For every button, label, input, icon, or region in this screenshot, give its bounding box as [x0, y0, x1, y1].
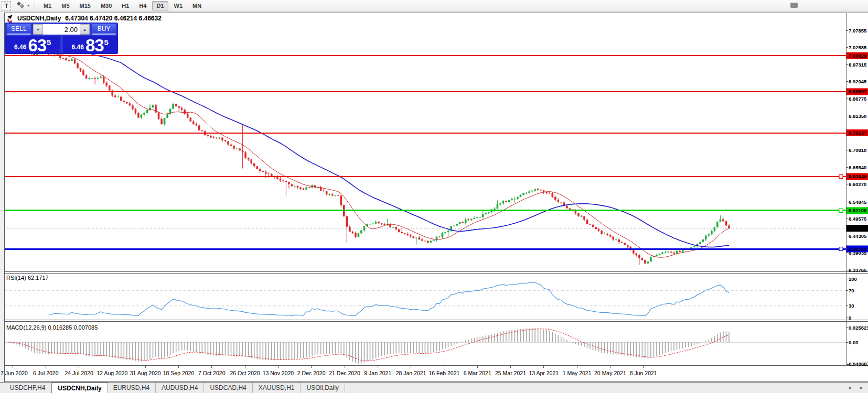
y-axis-label: 6.54845: [849, 199, 867, 205]
candle-body: [410, 235, 412, 236]
candle-body: [592, 225, 594, 227]
buy-price-box[interactable]: 6.46 83 5: [63, 36, 118, 53]
chart-tab-eurusd-h4[interactable]: EURUSD,H4: [108, 383, 156, 393]
timeframe-group: M1M5M15M30H1H4D1W1MN: [39, 1, 206, 10]
chart-canvas[interactable]: 7.078557.025856.973156.920456.867756.813…: [0, 0, 868, 393]
candle-body: [621, 242, 623, 243]
toolbar-separator: [35, 2, 36, 10]
chart-tab-audusd-h4[interactable]: AUDUSD,H4: [156, 383, 204, 393]
candle-body: [714, 227, 716, 231]
chart-tab-xauusd-h1[interactable]: XAUUSD,H1: [253, 383, 301, 393]
timeframe-button-m30[interactable]: M30: [97, 1, 116, 10]
timeframe-button-m15[interactable]: M15: [76, 1, 95, 10]
text-tool-button[interactable]: T: [2, 1, 11, 10]
volume-increase-button[interactable]: ▲: [80, 24, 90, 35]
caret-up-icon: ▲: [83, 28, 87, 31]
candle-body: [514, 199, 516, 199]
candle-body: [53, 54, 56, 56]
x-axis-date-label: 17 Jun 2020: [0, 370, 28, 376]
level-line-handle[interactable]: [839, 247, 843, 251]
candle-body: [164, 118, 166, 124]
candle-body: [427, 241, 429, 243]
x-axis-date-label: 9 Jan 2021: [364, 370, 391, 376]
y-axis-label: 6.86775: [849, 96, 867, 102]
candle-body: [577, 213, 580, 216]
sell-button[interactable]: SELL: [7, 24, 31, 35]
candle-body: [421, 239, 423, 241]
candle-body: [291, 184, 293, 187]
candle-body: [198, 125, 200, 130]
tab-scroll-right-icon[interactable]: ►: [859, 385, 864, 390]
timeframe-button-m1[interactable]: M1: [39, 1, 56, 10]
candle-body: [358, 234, 360, 237]
tab-scroll-left-icon[interactable]: ◄: [847, 385, 852, 390]
candle-body: [442, 233, 444, 237]
candle-body: [415, 237, 417, 238]
timeframe-button-d1[interactable]: D1: [152, 1, 168, 10]
candle-body: [178, 106, 180, 108]
candle-body: [413, 236, 415, 238]
candle-body: [656, 255, 658, 256]
volume-input[interactable]: [43, 24, 80, 35]
candle-body: [120, 97, 122, 101]
candle-body: [682, 250, 684, 252]
candle-body: [650, 257, 652, 261]
candle-body: [323, 191, 325, 192]
candle-body: [517, 197, 519, 199]
candle-body: [485, 213, 487, 214]
volume-decrease-button[interactable]: ▼: [33, 24, 43, 35]
chart-tab-usoil-daily[interactable]: USOil,Daily: [301, 383, 345, 393]
candle-body: [699, 242, 701, 244]
candle-body: [172, 104, 174, 108]
level-price-badge-label: 6.52108: [849, 208, 866, 213]
candle-body: [143, 113, 145, 115]
timeframe-button-m5[interactable]: M5: [57, 1, 73, 10]
candle-body: [601, 231, 603, 234]
level-line-handle[interactable]: [839, 209, 843, 212]
candle-body: [210, 136, 212, 138]
candle-body: [244, 152, 247, 158]
candle-body: [705, 236, 707, 239]
candle-body: [505, 201, 507, 202]
candle-body: [667, 252, 669, 252]
candle-body: [520, 195, 522, 197]
candle-body: [716, 222, 719, 227]
candle-body: [94, 78, 96, 79]
candle-body: [554, 197, 556, 200]
arrange-icon: [16, 1, 25, 11]
candle-body: [276, 177, 278, 179]
x-axis-date-label: 16 Feb 2021: [428, 370, 459, 376]
toolbar-overflow-button[interactable]: [790, 3, 798, 8]
candle-body: [670, 252, 672, 253]
candle-body: [105, 83, 108, 86]
candle-body: [335, 195, 337, 196]
y-axis-label: 6.81350: [849, 113, 866, 119]
chart-tab-usdcnh-daily[interactable]: USDCNH,Daily: [51, 383, 108, 393]
sell-price-box[interactable]: 6.46 63 5: [5, 36, 60, 53]
chart-ohlc-values: 6.47304 6.47420 6.46214 6.46632: [65, 15, 162, 22]
timeframe-button-mn[interactable]: MN: [188, 1, 206, 10]
candle-body: [331, 194, 334, 196]
timeframe-button-h4[interactable]: H4: [135, 1, 151, 10]
candle-body: [135, 109, 137, 113]
candle-body: [725, 221, 727, 225]
candle-body: [360, 231, 362, 234]
timeframe-button-h1[interactable]: H1: [117, 1, 133, 10]
x-axis-date-label: 18 Sep 2020: [163, 370, 195, 376]
level-line-handle[interactable]: [839, 174, 843, 178]
chart-tab-usdcad-h4[interactable]: USDCAD,H4: [204, 383, 252, 393]
candle-body: [609, 235, 612, 237]
candle-body: [62, 58, 65, 59]
candle-body: [378, 222, 380, 223]
candle-body: [326, 191, 328, 194]
arrange-windows-button[interactable]: ▼: [16, 1, 30, 11]
x-axis-date-label: 26 Oct 2020: [230, 370, 260, 376]
candle-body: [473, 218, 475, 219]
candle-body: [259, 169, 261, 171]
timeframe-button-w1[interactable]: W1: [170, 1, 187, 10]
chart-tab-usdchf-h4[interactable]: USDCHF,H4: [4, 383, 51, 393]
candle-body: [207, 135, 209, 136]
buy-button[interactable]: BUY: [92, 24, 116, 35]
candle-body: [720, 220, 722, 222]
candle-body: [233, 146, 235, 149]
